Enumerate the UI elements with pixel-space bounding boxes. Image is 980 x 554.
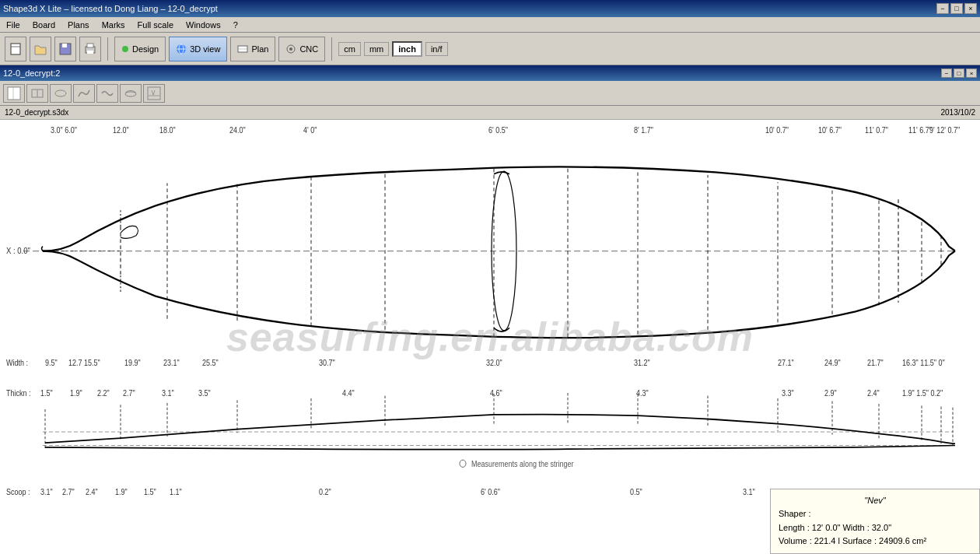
unit-inf-button[interactable]: in/f: [425, 42, 448, 56]
grid-icon: [147, 86, 161, 100]
svg-text:Scoop :: Scoop :: [6, 488, 30, 497]
menu-board[interactable]: Board: [30, 19, 58, 30]
sub-toolbar: [0, 81, 980, 106]
sub-btn-6[interactable]: [120, 84, 142, 103]
svg-text:9.5": 9.5": [45, 359, 58, 368]
unit-mm-button[interactable]: mm: [364, 42, 389, 56]
sub-btn-1[interactable]: [3, 84, 25, 103]
svg-text:10' 6.7": 10' 6.7": [818, 126, 842, 135]
menu-help[interactable]: ?: [230, 19, 241, 30]
svg-text:1.9": 1.9": [70, 388, 82, 398]
svg-text:25.5": 25.5": [202, 359, 219, 368]
unit-inch-button[interactable]: inch: [392, 41, 422, 57]
svg-text:2.2": 2.2": [97, 388, 110, 398]
svg-text:2.9": 2.9": [824, 388, 837, 398]
open-button[interactable]: [30, 37, 51, 61]
svg-text:4.4": 4.4": [342, 388, 355, 398]
svg-text:Thickn :: Thickn :: [6, 388, 30, 398]
print-icon: [83, 42, 97, 56]
sub-btn-3[interactable]: [50, 84, 72, 103]
menu-marks[interactable]: Marks: [99, 19, 128, 30]
menu-file[interactable]: File: [3, 19, 23, 30]
save-button[interactable]: [54, 37, 76, 61]
svg-text:10' 0.7": 10' 0.7": [765, 126, 789, 135]
svg-point-14: [289, 47, 292, 51]
doc-minimize-button[interactable]: −: [941, 68, 952, 78]
toolbar: Design 3D view Plan CNC cm mm inch in/f: [0, 33, 980, 65]
svg-text:3.1": 3.1": [162, 388, 174, 398]
design-icon: [121, 45, 129, 53]
view3d-label: 3D view: [190, 44, 220, 54]
date-label: 2013/10/2: [941, 108, 976, 117]
divider-1: [107, 37, 108, 61]
svg-text:31.2": 31.2": [634, 359, 650, 368]
svg-point-19: [55, 90, 66, 96]
svg-rect-6: [87, 51, 93, 54]
unit-cm-button[interactable]: cm: [338, 42, 361, 56]
svg-text:24.9": 24.9": [824, 359, 841, 368]
maximize-button[interactable]: □: [950, 3, 963, 14]
svg-text:27.1": 27.1": [778, 359, 794, 368]
doc-tab: 12-0_decrypt:2 − □ ×: [0, 65, 980, 81]
view3d-button[interactable]: 3D view: [169, 37, 227, 61]
canvas-area[interactable]: 3.0" 6.0" 12.0" 18.0" 24.0" 4' 0" 6' 0.5…: [0, 120, 980, 554]
menu-bar: File Board Plans Marks Full scale Window…: [0, 17, 980, 33]
title-bar: Shape3d X Lite – licensed to Dong Liang …: [0, 0, 980, 17]
svg-text:1.9": 1.9": [115, 488, 128, 497]
doc-tab-controls: − □ ×: [941, 68, 977, 78]
new-button[interactable]: [5, 37, 26, 61]
menu-windows[interactable]: Windows: [183, 19, 224, 30]
flat-icon: [124, 86, 138, 100]
svg-point-20: [125, 92, 136, 96]
svg-text:2.4": 2.4": [86, 488, 98, 497]
svg-text:24.0": 24.0": [229, 126, 246, 135]
sub-btn-7[interactable]: [143, 84, 165, 103]
minimize-button[interactable]: −: [936, 3, 949, 14]
svg-text:16.3" 11.5" 0": 16.3" 11.5" 0": [902, 359, 945, 368]
svg-text:3.0" 6.0": 3.0" 6.0": [51, 126, 77, 135]
sub-btn-4[interactable]: [73, 84, 95, 103]
svg-text:3.3": 3.3": [782, 388, 794, 398]
svg-text:12.7 15.5": 12.7 15.5": [68, 359, 100, 368]
svg-text:0.5": 0.5": [630, 488, 642, 497]
svg-text:8' 1.7": 8' 1.7": [634, 126, 653, 135]
svg-text:19.9": 19.9": [124, 359, 141, 368]
menu-fullscale[interactable]: Full scale: [135, 19, 177, 30]
svg-text:21.7": 21.7": [867, 359, 884, 368]
info-nev: "Nev": [779, 494, 971, 508]
doc-maximize-button[interactable]: □: [954, 68, 964, 78]
svg-text:1.1": 1.1": [170, 488, 182, 497]
view-icon: [7, 86, 21, 100]
info-length: Length : 12' 0.0" Width : 32.0": [779, 521, 971, 535]
sub-btn-5[interactable]: [96, 84, 118, 103]
doc-close-button[interactable]: ×: [966, 68, 977, 78]
menu-plans[interactable]: Plans: [65, 19, 93, 30]
plan-label: Plan: [251, 44, 268, 54]
svg-rect-0: [11, 44, 20, 54]
svg-text:11' 0.7": 11' 0.7": [865, 126, 888, 135]
svg-text:1.5": 1.5": [144, 488, 156, 497]
svg-point-7: [122, 46, 128, 52]
svg-text:4' 0": 4' 0": [303, 126, 317, 135]
info-volume: Volume : 221.4 l Surface : 24909.6 cm²: [779, 535, 971, 549]
svg-text:12.0": 12.0": [113, 126, 129, 135]
svg-text:6' 0.5": 6' 0.5": [488, 126, 508, 135]
close-button[interactable]: ×: [964, 3, 977, 14]
view3d-icon: [176, 44, 187, 54]
cnc-button[interactable]: CNC: [278, 37, 325, 61]
plan-button[interactable]: Plan: [230, 37, 275, 61]
sub-btn-2[interactable]: [26, 84, 48, 103]
svg-text:6' 0.6": 6' 0.6": [481, 488, 500, 497]
info-shaper: Shaper :: [779, 507, 971, 521]
cross-section-icon: [30, 86, 44, 100]
svg-text:3.1": 3.1": [40, 488, 53, 497]
svg-text:X : 0.0": X : 0.0": [6, 246, 30, 255]
save-icon: [58, 42, 72, 56]
divider-2: [331, 37, 332, 61]
doc-tab-title: 12-0_decrypt:2: [3, 68, 60, 78]
svg-text:30.7": 30.7": [319, 359, 335, 368]
svg-text:2.7": 2.7": [123, 388, 135, 398]
print-button[interactable]: [79, 37, 101, 61]
design-button[interactable]: Design: [114, 37, 166, 61]
svg-text:3.1": 3.1": [743, 488, 755, 497]
